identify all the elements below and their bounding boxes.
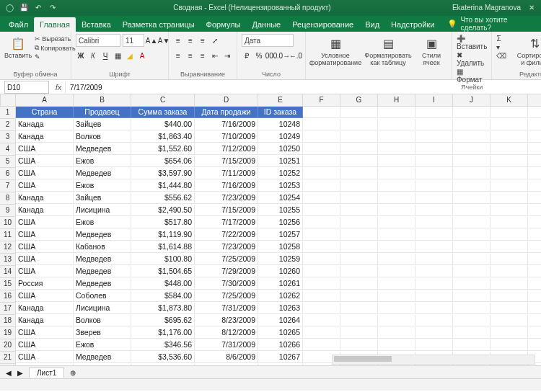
row-header-15[interactable]: 15	[0, 278, 16, 290]
tab-Вставка[interactable]: Вставка	[76, 17, 117, 32]
cell[interactable]: Медведев	[74, 352, 131, 363]
paste-button[interactable]: 📋 Вставить	[4, 34, 32, 59]
cell[interactable]: США	[16, 266, 74, 277]
cell[interactable]	[340, 168, 378, 179]
cell[interactable]	[453, 254, 491, 265]
cell[interactable]	[453, 180, 491, 192]
cell[interactable]: 7/16/2009	[195, 180, 258, 192]
autosave-toggle[interactable]: ◯	[4, 3, 14, 13]
conditional-formatting-button[interactable]: ▦ Условное форматирование	[310, 34, 361, 66]
cell[interactable]	[303, 241, 340, 253]
cell[interactable]	[340, 254, 378, 265]
cell[interactable]: 7/11/2009	[195, 168, 258, 179]
cell[interactable]	[453, 290, 491, 302]
cell[interactable]: Канада	[16, 119, 74, 130]
cell[interactable]	[491, 278, 528, 290]
cell[interactable]	[491, 315, 528, 326]
cell[interactable]	[491, 229, 528, 241]
row-header-17[interactable]: 17	[0, 303, 16, 315]
cell[interactable]: Медведев	[74, 168, 131, 179]
row-header-1[interactable]: 1	[0, 107, 16, 119]
cell[interactable]: 7/31/2009	[195, 339, 258, 351]
cell[interactable]	[491, 131, 528, 143]
cell[interactable]	[340, 278, 378, 290]
tab-Надстройки[interactable]: Надстройки	[385, 17, 440, 32]
decrease-font-icon[interactable]: A▼	[159, 35, 169, 45]
cell[interactable]	[528, 327, 541, 339]
cell[interactable]: Канада	[16, 205, 74, 216]
cell[interactable]: США	[16, 217, 74, 228]
cell[interactable]	[528, 119, 541, 130]
cell[interactable]: $1,119.90	[131, 229, 195, 241]
cell[interactable]	[378, 143, 415, 155]
cell[interactable]	[528, 180, 541, 192]
tab-Рецензирование[interactable]: Рецензирование	[286, 17, 359, 32]
cell[interactable]	[378, 107, 415, 118]
format-as-table-button[interactable]: ▤ Форматировать как таблицу	[364, 34, 413, 66]
cell[interactable]	[378, 205, 415, 216]
cell[interactable]	[378, 327, 415, 339]
cell[interactable]: 10252	[258, 168, 303, 179]
cell[interactable]	[415, 192, 453, 204]
cell[interactable]: 8/12/2009	[195, 327, 258, 339]
cell[interactable]: Зайцев	[74, 119, 131, 130]
cell[interactable]: 10254	[258, 192, 303, 204]
indent-increase-icon[interactable]: ⇥	[222, 50, 232, 61]
cell[interactable]: 10249	[258, 131, 303, 143]
cell[interactable]	[491, 327, 528, 339]
add-sheet-icon[interactable]: ⊕	[70, 369, 76, 377]
cell[interactable]	[491, 303, 528, 314]
cell[interactable]	[303, 168, 340, 179]
cell[interactable]: ID заказа	[258, 107, 303, 118]
cell[interactable]: $2,490.50	[131, 205, 195, 216]
cell[interactable]: 10265	[258, 327, 303, 339]
col-header-L[interactable]: L	[528, 94, 541, 107]
cell[interactable]	[303, 143, 340, 155]
cell[interactable]	[415, 119, 453, 130]
tab-Разметка страницы[interactable]: Разметка страницы	[117, 17, 201, 32]
row-header-6[interactable]: 6	[0, 168, 16, 180]
cell[interactable]	[340, 290, 378, 302]
cell[interactable]	[415, 254, 453, 265]
cell[interactable]	[378, 156, 415, 167]
cell[interactable]	[303, 131, 340, 143]
border-button[interactable]: ▦	[113, 50, 123, 61]
font-color-button[interactable]: A	[137, 50, 147, 61]
cell[interactable]: США	[16, 352, 74, 363]
cell[interactable]: 7/15/2009	[195, 156, 258, 167]
col-header-J[interactable]: J	[453, 94, 491, 107]
fill-color-button[interactable]: ◢	[125, 50, 135, 61]
cell[interactable]: 7/29/2009	[195, 266, 258, 277]
cell[interactable]	[528, 315, 541, 326]
cell[interactable]	[491, 107, 528, 118]
cell[interactable]	[378, 180, 415, 192]
cell[interactable]: 10261	[258, 278, 303, 290]
cell[interactable]	[453, 192, 491, 204]
cell[interactable]: Медведев	[74, 229, 131, 241]
cell[interactable]	[303, 315, 340, 326]
cell[interactable]: Канада	[16, 192, 74, 204]
cell[interactable]	[453, 143, 491, 155]
cell[interactable]: Лисицина	[74, 205, 131, 216]
cell[interactable]	[303, 327, 340, 339]
increase-decimal-icon[interactable]: .0→	[278, 50, 289, 61]
cell[interactable]: 7/12/2009	[195, 143, 258, 155]
undo-icon[interactable]: ↶	[33, 3, 43, 13]
cell[interactable]	[378, 217, 415, 228]
cell[interactable]	[378, 241, 415, 253]
cell[interactable]: Медведев	[74, 266, 131, 277]
cell[interactable]: $1,176.00	[131, 327, 195, 339]
cell[interactable]: 7/23/2009	[195, 192, 258, 204]
cell[interactable]	[415, 229, 453, 241]
cell[interactable]: $1,552.60	[131, 143, 195, 155]
cell[interactable]	[340, 229, 378, 241]
cell[interactable]: Ежов	[74, 156, 131, 167]
cell[interactable]: 10264	[258, 315, 303, 326]
cell[interactable]	[340, 180, 378, 192]
cell[interactable]: 8/23/2009	[195, 315, 258, 326]
font-size-select[interactable]: 11	[123, 34, 144, 47]
cell[interactable]	[378, 303, 415, 314]
cell[interactable]	[528, 241, 541, 253]
tab-file[interactable]: Файл	[3, 17, 34, 32]
bold-button[interactable]: Ж	[76, 50, 86, 61]
